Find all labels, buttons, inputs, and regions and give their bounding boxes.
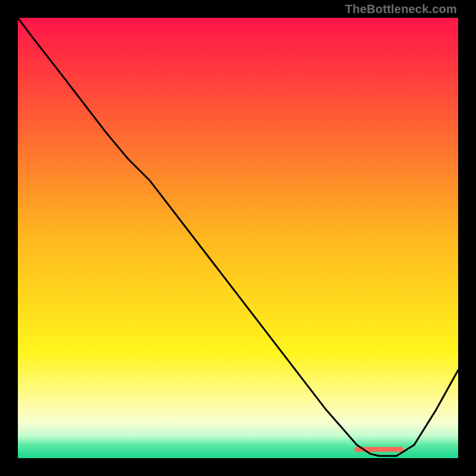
plot-area (18, 18, 458, 458)
chart-frame: TheBottleneck.com (0, 0, 476, 476)
watermark-text: TheBottleneck.com (345, 2, 457, 16)
chart-svg (18, 18, 458, 458)
plot-background (18, 18, 458, 458)
